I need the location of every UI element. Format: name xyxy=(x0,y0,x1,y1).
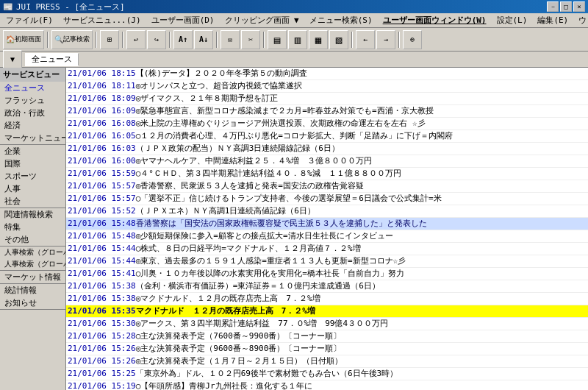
news-row[interactable]: 21/01/06 15:28○主な決算発表予定（7600番～9900番）〔コーナ… xyxy=(66,330,588,343)
news-row[interactable]: 21/01/06 15:30◎アークス、第３四半期累計連結利益 77．０%増 9… xyxy=(66,318,588,330)
news-content: （金利・横浜市有価証券）=東洋証券＝１０億円未達成通過（6日） xyxy=(136,281,587,291)
news-row[interactable]: 21/01/06 15:35マクドナルド １２月の既存店売上高 7．２%増 xyxy=(66,305,588,318)
home-button[interactable]: 🏠 初期画面 xyxy=(3,30,44,49)
grid-button[interactable]: ⊞ xyxy=(100,30,119,49)
menu-user[interactable]: ユーザー画面(D) xyxy=(147,13,219,27)
view-btn4[interactable]: ▧ xyxy=(329,30,348,49)
font-down-button[interactable]: A↓ xyxy=(194,30,213,49)
news-row[interactable]: 21/01/06 15:26◎主な決算発表予定（１月７日～２月１５日）（日付順） xyxy=(66,355,588,368)
news-content: ◎香港警察、民衆派５３人を逮捕と発表=国安法の政権告覚容疑 xyxy=(136,181,587,191)
news-content: ○【年頭所感】青柳Jr九州社長：進化する１年に xyxy=(136,381,587,390)
window-title: JUI PRESS - [全ニュース] xyxy=(16,1,125,13)
news-content: 「東京外為」ドル、１０２円69後半で素材難でもみ合い（6日午後3時） xyxy=(136,369,587,379)
news-row[interactable]: 21/01/06 15:38（金利・横浜市有価証券）=東洋証券＝１０億円未達成通… xyxy=(66,280,588,293)
news-row[interactable]: 21/01/06 15:26◎主な決算発表予定（9600番～8900番）〔コーナ… xyxy=(66,343,588,355)
news-row[interactable]: 21/01/06 15:44○株式、８日の日経平均=マクドナルド、１２月高値７．… xyxy=(66,243,588,255)
view-btn1[interactable]: ▤ xyxy=(268,30,287,49)
news-row[interactable]: 21/01/06 18:11◎オリンパスと立つ、超音波内視鏡で協業遂択 xyxy=(66,80,588,93)
news-content: ○４°ＣＨＤ、第３四半期累計連結利益４０．８%減 １１億８８００万円 xyxy=(136,169,587,179)
title-bar-controls: － □ × xyxy=(547,1,585,12)
menu-service[interactable]: サービスニュ...(J) xyxy=(59,13,146,27)
menu-window[interactable]: ウィンドウ(W) xyxy=(574,13,588,27)
news-row[interactable]: 21/01/06 16:05○１２月の消費者心理、４万円ぶり悪化=コロナ影拡大、… xyxy=(66,130,588,143)
sidebar-item-notice[interactable]: お知らせ xyxy=(0,297,65,309)
sidebar-item-sports[interactable]: スポーツ xyxy=(0,170,65,182)
refresh-button[interactable]: ⊕ xyxy=(403,30,422,49)
sidebar-item-all-news[interactable]: 全ニュース xyxy=(0,82,65,94)
redo-button[interactable]: ↪ xyxy=(147,30,166,49)
sidebar-section-misc: 関連情報検索 特集 その他 xyxy=(0,208,65,247)
sidebar-section-main: 全ニュース フラッシュ 政治・行政 経済 マーケットニュース xyxy=(0,82,65,145)
grid-icon: ⊞ xyxy=(107,35,112,43)
news-list: 21/01/06 18:15【(株)データ】２０２０年冬季第５の動向調査21/0… xyxy=(66,68,588,390)
news-row[interactable]: 21/01/06 16:03（ＪＰＸ政策の配当）ＮＹ高調3日連続陽線記録（6日） xyxy=(66,143,588,155)
news-row[interactable]: 21/01/06 15:19○【年頭所感】青柳Jr九州社長：進化する１年に xyxy=(66,380,588,390)
toolbar-sep7 xyxy=(351,32,353,48)
news-row[interactable]: 21/01/06 15:59○４°ＣＨＤ、第３四半期累計連結利益４０．８%減 １… xyxy=(66,168,588,180)
sidebar-item-market[interactable]: マーケットニュース xyxy=(0,132,65,144)
sidebar-item-hr-global2[interactable]: 人事検索（グローバル） xyxy=(0,258,65,270)
news-row[interactable]: 21/01/06 15:57○「選挙不正」信じ続けるトランプ支持者、今後の選挙展… xyxy=(66,193,588,205)
news-row[interactable]: 21/01/06 18:15【(株)データ】２０２０年冬季第５の動向調査 xyxy=(66,68,588,80)
sidebar-item-hr-global1[interactable]: 人事検索（グローバル） xyxy=(0,247,65,258)
sidebar-item-statistics[interactable]: 統計情報 xyxy=(0,284,65,297)
news-time: 21/01/06 16:03 xyxy=(68,143,136,154)
news-time: 21/01/06 15:44 xyxy=(68,244,136,254)
news-row[interactable]: 21/01/06 15:48香港警察は「国安法の国家政権転覆容疑で民主派５３人を… xyxy=(66,218,588,230)
undo-icon: ↩ xyxy=(134,35,138,43)
sidebar-item-company[interactable]: 企業 xyxy=(0,145,65,157)
mail-button[interactable]: ✉ xyxy=(220,30,240,49)
news-row[interactable]: 21/01/06 16:09◎緊急事態宣言、新型コロナ感染減まで２カ月=昨春並み… xyxy=(66,105,588,118)
sidebar-item-hr[interactable]: 人事 xyxy=(0,182,65,195)
sidebar-item-politics[interactable]: 政治・行政 xyxy=(0,107,65,119)
minimize-button[interactable]: － xyxy=(547,1,559,12)
sidebar-section-categories: 企業 国際 スポーツ 人事 社会 xyxy=(0,145,65,208)
menu-edit[interactable]: 編集(E) xyxy=(533,13,573,27)
sidebar-item-related-search[interactable]: 関連情報検索 xyxy=(0,208,65,221)
news-row[interactable]: 21/01/06 15:41○川奥・１０カ年後以降の水素実用化を実用化=橋本社長… xyxy=(66,268,588,280)
news-row[interactable]: 21/01/06 15:57◎香港警察、民衆派５３人を逮捕と発表=国安法の政権告… xyxy=(66,180,588,193)
undo-button[interactable]: ↩ xyxy=(126,30,146,49)
news-row[interactable]: 21/01/06 15:44◎東京、過去最多の１５９１人感染=重症者１１３人も更… xyxy=(66,255,588,268)
font-up-button[interactable]: A↑ xyxy=(173,30,193,49)
content-panel[interactable]: 21/01/06 18:15【(株)データ】２０２０年冬季第５の動向調査21/0… xyxy=(66,68,588,390)
font-down-icon: A↓ xyxy=(199,35,208,43)
view-btn3[interactable]: ▦ xyxy=(309,30,328,49)
view-btn2[interactable]: ▥ xyxy=(288,30,307,49)
menu-clip[interactable]: クリッピング画面 ▼ xyxy=(220,13,304,27)
tab-dropdown[interactable]: ▼ xyxy=(3,50,22,69)
sidebar-item-other[interactable]: その他 xyxy=(0,233,65,246)
sidebar-item-economy[interactable]: 経済 xyxy=(0,119,65,132)
toolbar: 🏠 初期画面 🔍 記事検索 ⊞ ↩ ↪ A↑ A↓ ✉ ✂ ▤ ▥ ▦ ▧ ← … xyxy=(0,28,588,52)
sidebar-item-flash[interactable]: フラッシュ xyxy=(0,94,65,107)
menu-search[interactable]: メニュー検索(S) xyxy=(305,13,377,27)
news-row[interactable]: 21/01/06 15:25「東京外為」ドル、１０２円69後半で素材難でもみ合い… xyxy=(66,368,588,380)
news-row[interactable]: 21/01/06 15:38◎マクドナルド、１２月の既存店売上高 7．２%増 xyxy=(66,293,588,305)
menu-settings[interactable]: 設定(L) xyxy=(492,13,532,27)
home-label: 初期画面 xyxy=(15,35,41,44)
news-row[interactable]: 21/01/06 15:52（ＪＰＸエネ）ＮＹ高調1日連続高値記録（6日） xyxy=(66,205,588,218)
sidebar-item-market-info[interactable]: マーケット情報 xyxy=(0,271,65,283)
sidebar-item-society[interactable]: 社会 xyxy=(0,195,65,208)
news-time: 21/01/06 18:15 xyxy=(68,68,136,79)
close-button[interactable]: × xyxy=(573,1,585,12)
menu-file[interactable]: ファイル(F) xyxy=(1,13,57,27)
news-content: ○主な決算発表予定（7600番～9900番）〔コーナー順〕 xyxy=(136,331,587,341)
news-content: ◎ヤマナヘルケア、中間連結利益２５．４%増 ３億８０００万円 xyxy=(136,156,587,166)
toolbar-sep2 xyxy=(96,32,97,48)
forward-button[interactable]: → xyxy=(376,30,395,49)
news-row[interactable]: 21/01/06 16:00◎ヤマナヘルケア、中間連結利益２５．４%増 ３億８０… xyxy=(66,155,588,168)
news-content: ◎主な決算発表予定（9600番～8900番）〔コーナー順〕 xyxy=(136,344,587,354)
news-row[interactable]: 21/01/06 16:08◎米上院の主導権めぐりジョージア州決選投票、次期政権… xyxy=(66,118,588,130)
toolbar-sep5 xyxy=(216,32,218,48)
article-search-button[interactable]: 🔍 記事検索 xyxy=(51,30,93,49)
back-button[interactable]: ← xyxy=(356,30,375,49)
tab-all-news[interactable]: 全ニュース xyxy=(25,53,79,66)
news-row[interactable]: 21/01/06 18:09◎ザイマクス、２１年８期期予想を訂正 xyxy=(66,93,588,105)
sidebar-item-international[interactable]: 国際 xyxy=(0,157,65,170)
menu-userwin[interactable]: ユーザー画面ウィンドウ(W) xyxy=(379,13,491,27)
news-row[interactable]: 21/01/06 15:48◎少額短期保険に参入=顧客との接点拡大=清水日生社長… xyxy=(66,230,588,243)
clip-button[interactable]: ✂ xyxy=(241,30,260,49)
maximize-button[interactable]: □ xyxy=(560,1,572,12)
sidebar-item-special[interactable]: 特集 xyxy=(0,221,65,233)
